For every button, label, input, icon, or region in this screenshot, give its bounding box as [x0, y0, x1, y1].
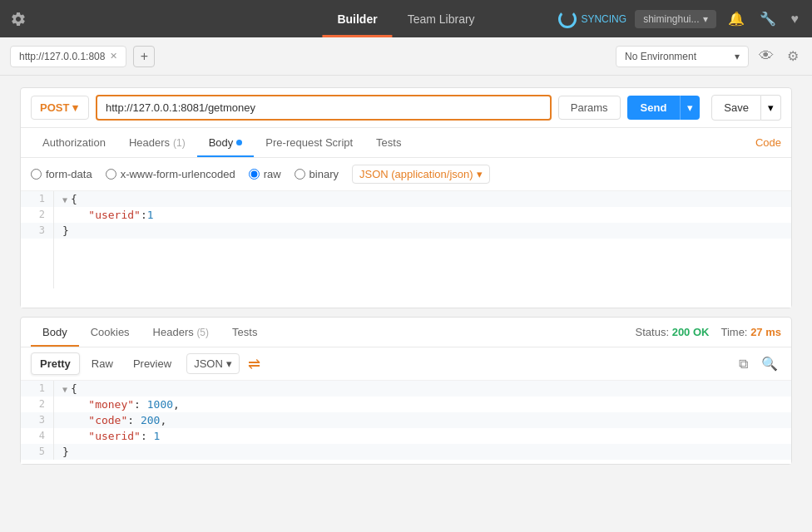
wrench-icon[interactable]: 🔧 [756, 7, 780, 30]
chevron-down-icon: ▾ [703, 13, 708, 25]
code-link[interactable]: Code [755, 136, 781, 149]
manage-env-icon[interactable]: ⚙ [784, 45, 802, 67]
chevron-down-icon: ▾ [735, 51, 740, 62]
tab-bar: http://127.0.0.1:808 ✕ + No Environment … [0, 37, 812, 76]
response-panel: Body Cookies Headers (5) Tests Status: 2… [20, 317, 792, 465]
chevron-down-icon: ▾ [226, 357, 232, 370]
json-format-dropdown[interactable]: JSON (application/json) ▾ [352, 165, 490, 184]
form-data-option[interactable]: form-data [31, 168, 92, 180]
binary-option[interactable]: binary [295, 168, 339, 180]
table-row: 3 "code": 200, [21, 412, 791, 428]
environment-selector[interactable]: No Environment ▾ [616, 46, 749, 67]
response-format-dropdown[interactable]: JSON ▾ [186, 353, 240, 374]
top-navigation: Builder Team Library SYNCING shiminghui.… [0, 0, 812, 37]
table-row: 5 } [21, 444, 791, 460]
chevron-down-icon: ▾ [477, 168, 483, 180]
heart-icon[interactable]: ♥ [788, 8, 803, 30]
body-dot-indicator [236, 140, 242, 145]
raw-view-button[interactable]: Raw [83, 353, 121, 374]
tab-team-library[interactable]: Team Library [393, 0, 490, 37]
tab-tests-req[interactable]: Tests [364, 128, 413, 157]
url-input-wrapper [96, 95, 552, 121]
filter-icon[interactable]: ⇌ [248, 355, 260, 373]
response-toolbar: Pretty Raw Preview JSON ▾ ⇌ ⧉ 🔍 [21, 347, 791, 381]
user-menu[interactable]: shiminghui... ▾ [635, 10, 715, 28]
body-options: form-data x-www-form-urlencoded raw bina… [21, 158, 791, 191]
send-dropdown-button[interactable]: ▾ [680, 96, 700, 120]
table-row: 4 "userid": 1 [21, 428, 791, 444]
send-button[interactable]: Send [627, 96, 681, 120]
request-tabs: Authorization Headers (1) Body Pre-reque… [21, 128, 791, 158]
tab-body-response[interactable]: Body [31, 318, 79, 347]
tab-tests-response[interactable]: Tests [220, 318, 269, 347]
bell-icon[interactable]: 🔔 [725, 7, 748, 30]
request-body-editor[interactable]: 1 ▼{ 2 "userid":1 3 } [21, 191, 791, 308]
preview-view-button[interactable]: Preview [125, 353, 180, 374]
table-row: 2 "money": 1000, [21, 397, 791, 412]
table-row: 1 ▼{ [21, 191, 791, 207]
request-url-row: POST ▾ Params Send ▾ Save ▾ [21, 88, 791, 128]
pretty-view-button[interactable]: Pretty [31, 352, 80, 375]
table-row: 1 ▼{ [21, 381, 791, 397]
url-input[interactable] [96, 95, 552, 121]
tab-headers[interactable]: Headers (1) [117, 128, 197, 157]
chevron-down-icon: ▾ [72, 101, 78, 114]
tab-builder[interactable]: Builder [322, 0, 392, 37]
raw-option[interactable]: raw [249, 168, 281, 180]
copy-icon[interactable]: ⧉ [735, 352, 751, 375]
tab-authorization[interactable]: Authorization [31, 128, 117, 157]
response-status: Status: 200 OK Time: 27 ms [636, 326, 781, 338]
request-panel: POST ▾ Params Send ▾ Save ▾ [20, 87, 792, 308]
tab-pre-request[interactable]: Pre-request Script [254, 128, 364, 157]
tab-cookies[interactable]: Cookies [79, 318, 141, 347]
search-icon[interactable]: 🔍 [758, 352, 781, 375]
method-selector[interactable]: POST ▾ [31, 96, 89, 120]
tab-headers-response[interactable]: Headers (5) [141, 318, 220, 347]
table-row: 3 } [21, 223, 791, 239]
response-body-display: 1 ▼{ 2 "money": 1000, 3 "code": 200, 4 "… [21, 381, 791, 464]
sync-circle-icon [558, 10, 577, 28]
close-tab-icon[interactable]: ✕ [110, 51, 117, 62]
params-button[interactable]: Params [558, 96, 621, 120]
urlencoded-option[interactable]: x-www-form-urlencoded [106, 168, 235, 180]
tab-body[interactable]: Body [197, 128, 255, 157]
time-value: 27 ms [750, 326, 781, 338]
table-row: 2 "userid":1 [21, 207, 791, 223]
settings-icon[interactable] [10, 11, 27, 27]
status-value: 200 OK [672, 326, 710, 338]
active-tab-pill[interactable]: http://127.0.0.1:808 ✕ [10, 46, 126, 67]
sync-status: SYNCING [558, 10, 626, 28]
save-dropdown-button[interactable]: ▾ [761, 95, 781, 121]
eye-icon[interactable]: 👁 [755, 44, 777, 68]
save-button[interactable]: Save [711, 95, 761, 121]
table-row [21, 239, 791, 288]
add-tab-button[interactable]: + [133, 46, 155, 67]
response-tabs: Body Cookies Headers (5) Tests Status: 2… [21, 318, 791, 347]
